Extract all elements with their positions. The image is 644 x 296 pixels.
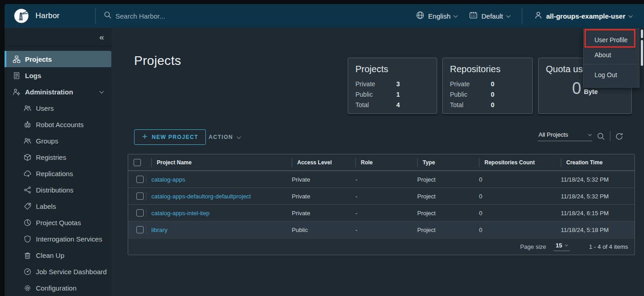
column-header-role[interactable]: Role xyxy=(350,154,412,170)
row-checkbox[interactable] xyxy=(136,226,144,233)
language-menu[interactable]: English xyxy=(416,11,457,21)
sidebar-item-users[interactable]: Users xyxy=(5,100,111,116)
sidebar-item-interrogation-services[interactable]: Interrogation Services xyxy=(5,231,111,247)
stat-row: Public 1 xyxy=(355,89,429,100)
project-link[interactable]: catalog-apps-defaultorg-defaultproject xyxy=(151,193,251,200)
menu-item-user-profile[interactable]: User Profile xyxy=(584,32,639,47)
new-project-button[interactable]: NEW PROJECT xyxy=(134,129,206,145)
page-size-select[interactable]: 15 xyxy=(554,242,570,251)
column-header-project-name[interactable]: Project Name xyxy=(146,154,287,170)
cell-access-level: Private xyxy=(287,171,350,187)
sidebar-item-robot-accounts[interactable]: Robot Accounts xyxy=(5,116,111,133)
sidebar-item-replications[interactable]: Replications xyxy=(5,165,111,182)
cloud-icon xyxy=(24,170,31,178)
sidebar-item-logs[interactable]: Logs xyxy=(5,67,111,84)
stat-value: 1 xyxy=(396,89,400,100)
chevron-down-icon xyxy=(629,13,633,18)
column-header-type[interactable]: Type xyxy=(412,154,474,170)
theme-menu[interactable]: Default xyxy=(469,11,510,21)
row-checkbox[interactable] xyxy=(136,176,144,183)
project-scope-select[interactable]: All Projects xyxy=(538,131,592,141)
stat-label: Private xyxy=(450,79,491,89)
action-label: ACTION xyxy=(209,134,233,140)
user-name: all-groups-example-user xyxy=(546,12,625,20)
cell-creation-time: 11/18/24, 5:18 PM xyxy=(556,222,634,238)
sidebar-item-registries[interactable]: Registries xyxy=(5,149,111,165)
brand[interactable]: Harbor xyxy=(5,8,95,24)
scrollbar-thumb[interactable] xyxy=(641,40,643,66)
collapse-sidebar-button[interactable]: « xyxy=(99,33,104,41)
table-row: catalog-apps-intel-itep Private - Projec… xyxy=(128,204,634,221)
search-icon xyxy=(104,11,112,21)
cell-role: - xyxy=(350,171,412,187)
global-search[interactable]: Search Harbor... xyxy=(104,11,165,21)
user-menu[interactable]: all-groups-example-user xyxy=(534,11,632,21)
stat-value: 4 xyxy=(396,100,400,110)
cell-type: Project xyxy=(412,222,474,238)
action-dropdown[interactable]: ACTION xyxy=(209,129,240,145)
project-link[interactable]: catalog-apps xyxy=(151,176,185,183)
cell-creation-time: 11/18/24, 5:32 PM xyxy=(556,188,634,204)
new-project-label: NEW PROJECT xyxy=(152,134,198,140)
sidebar-item-label: Labels xyxy=(36,202,56,210)
sidebar-item-distributions[interactable]: Distributions xyxy=(5,182,111,198)
stat-value: 0 xyxy=(491,79,494,89)
gear-icon xyxy=(24,284,31,292)
sidebar-item-labels[interactable]: Labels xyxy=(5,198,111,214)
harbor-logo-icon xyxy=(14,8,29,24)
sidebar-item-label: Replications xyxy=(36,170,73,178)
filter-search-button[interactable] xyxy=(597,132,605,141)
projects-summary-card: Projects Private 3 Public 1 Total 4 xyxy=(348,58,437,114)
row-checkbox[interactable] xyxy=(136,209,144,217)
sidebar-item-configuration[interactable]: Configuration xyxy=(5,280,111,296)
sidebar-item-administration[interactable]: Administration xyxy=(5,84,111,100)
top-header: Harbor Search Harbor... English xyxy=(5,4,644,28)
scrollbar-thumb[interactable] xyxy=(641,30,643,38)
table-header-row: Project Name Access Level Role Type Repo… xyxy=(128,154,634,171)
sidebar-item-projects[interactable]: Projects xyxy=(5,51,111,67)
column-header-repositories-count[interactable]: Repositories Count xyxy=(474,154,556,170)
column-header-access-level[interactable]: Access Level xyxy=(287,154,350,170)
table-row: catalog-apps-defaultorg-defaultproject P… xyxy=(128,187,634,204)
project-link[interactable]: library xyxy=(151,227,167,233)
menu-divider xyxy=(584,64,639,64)
cell-type: Project xyxy=(412,171,474,187)
stat-row: Total 0 xyxy=(450,100,525,110)
stat-row: Private 3 xyxy=(355,79,429,89)
cell-creation-time: 11/18/24, 6:15 PM xyxy=(556,205,634,221)
items-range-text: 1 - 4 of 4 items xyxy=(589,243,628,250)
cube-icon xyxy=(24,153,31,161)
chevron-down-icon xyxy=(236,134,241,139)
card-title: Projects xyxy=(355,64,429,74)
sidebar-item-label: Administration xyxy=(25,88,73,96)
sidebar-item-label: Robot Accounts xyxy=(36,121,84,128)
project-link[interactable]: catalog-apps-intel-itep xyxy=(151,210,210,217)
header-divider xyxy=(95,8,95,24)
stat-label: Total xyxy=(450,100,491,110)
cell-access-level: Private xyxy=(287,188,350,204)
project-scope-value: All Projects xyxy=(539,131,568,138)
sidebar-item-job-service-dashboard[interactable]: Job Service Dashboard xyxy=(5,263,111,280)
row-checkbox[interactable] xyxy=(136,192,144,200)
sidebar-item-project-quotas[interactable]: Project Quotas xyxy=(5,214,111,231)
stat-label: Public xyxy=(355,89,396,100)
sidebar-item-label: Projects xyxy=(25,55,52,63)
stat-row: Private 0 xyxy=(450,79,525,89)
select-all-checkbox[interactable] xyxy=(134,159,141,166)
menu-item-about[interactable]: About xyxy=(584,47,639,62)
share-icon xyxy=(24,186,31,194)
column-header-creation-time[interactable]: Creation Time xyxy=(556,154,634,170)
chevron-down-icon[interactable] xyxy=(100,89,104,94)
chevron-down-icon xyxy=(565,243,568,247)
cell-role: - xyxy=(350,188,412,204)
sidebar-item-groups[interactable]: Groups xyxy=(5,133,111,149)
sidebar-item-label: Users xyxy=(36,104,54,112)
sidebar-item-label: Configuration xyxy=(36,284,76,292)
chevron-down-icon xyxy=(454,13,458,18)
sidebar-item-clean-up[interactable]: Clean Up xyxy=(5,247,111,263)
brand-name: Harbor xyxy=(35,11,60,20)
stat-row: Total 4 xyxy=(355,100,429,110)
theme-label: Default xyxy=(481,12,503,20)
menu-item-log-out[interactable]: Log Out xyxy=(584,65,639,84)
refresh-button[interactable] xyxy=(615,132,624,141)
